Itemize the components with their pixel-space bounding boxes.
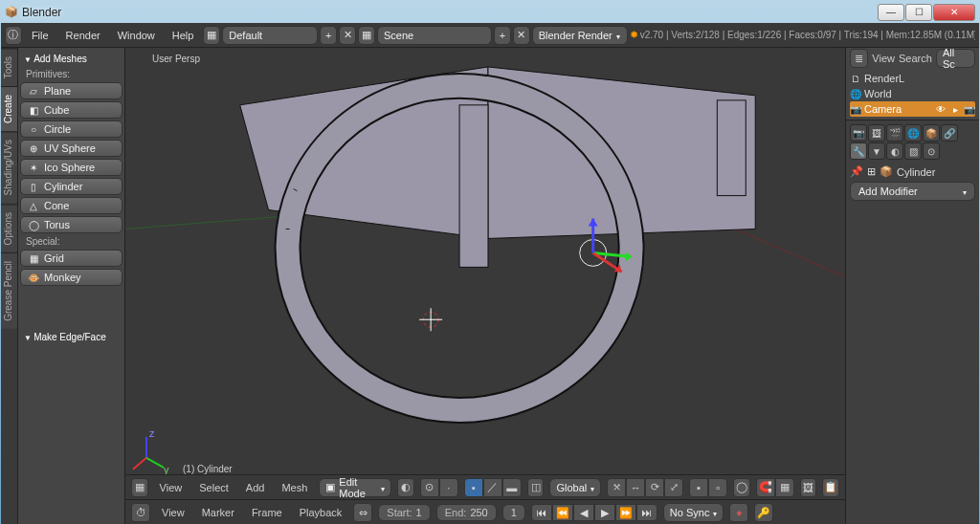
auto-keyframe-button[interactable]: ● (729, 503, 748, 522)
add-grid-button[interactable]: ▦Grid (20, 250, 122, 267)
add-monkey-button[interactable]: 🐵Monkey (20, 269, 122, 286)
3d-viewport[interactable]: z y User Persp (1) Cylinder ▦ View Selec… (125, 48, 845, 524)
screen-layout-dropdown[interactable]: Default (222, 26, 318, 45)
play-reverse-button[interactable]: ◀ (573, 504, 594, 521)
panel-make-edge-face[interactable]: Make Edge/Face (20, 330, 122, 344)
ptab-render-layers[interactable]: 🖼 (868, 124, 885, 142)
ptab-data[interactable]: ▼ (868, 142, 885, 160)
screen-add-button[interactable] (320, 26, 337, 45)
vp-menu-select[interactable]: Select (193, 480, 234, 495)
face-select-button[interactable]: ▬ (502, 478, 522, 497)
outliner-editor-icon[interactable]: ≣ (850, 49, 868, 68)
jump-start-button[interactable]: ⏮ (531, 504, 552, 521)
window-close-button[interactable]: ✕ (933, 4, 975, 21)
tab-tools[interactable]: Tools (1, 48, 17, 86)
add-torus-button[interactable]: ◯Torus (20, 216, 122, 233)
restrict-render-icon[interactable]: 📷 (964, 103, 975, 115)
copy-button[interactable]: 📋 (822, 478, 839, 497)
render-engine-dropdown[interactable]: Blender Render (532, 26, 628, 45)
add-cylinder-button[interactable]: ▯Cylinder (20, 178, 122, 195)
ptab-scene[interactable]: 🎬 (886, 124, 903, 142)
add-uv-sphere-button[interactable]: ⊕UV Sphere (20, 140, 122, 157)
sync-dropdown[interactable]: No Sync (663, 503, 724, 522)
panel-add-meshes[interactable]: Add Meshes (20, 52, 122, 66)
render-preview-button[interactable]: 🖼 (800, 478, 817, 497)
add-plane-button[interactable]: ▱Plane (20, 82, 122, 99)
orientation-dropdown[interactable]: Global (549, 478, 601, 497)
start-frame-field[interactable]: Start:1 (378, 504, 430, 521)
manipulator-toggle[interactable]: ⤧ (607, 478, 626, 497)
current-frame-field[interactable]: 1 (502, 504, 525, 521)
tree-row-renderlayers[interactable]: 🗋RenderL (850, 71, 975, 86)
restrict-view-icon[interactable]: 👁 (935, 103, 947, 115)
keyframe-next-button[interactable]: ⏩ (615, 504, 636, 521)
viewport-shading-button[interactable]: ◐ (397, 478, 414, 497)
menu-render[interactable]: Render (58, 28, 108, 43)
tab-create[interactable]: Create (1, 86, 17, 131)
manipulator-rotate[interactable]: ⟳ (645, 478, 664, 497)
ptab-world[interactable]: 🌐 (904, 124, 922, 142)
menu-help[interactable]: Help (165, 28, 202, 43)
vertex-select-button[interactable]: ▪ (464, 478, 483, 497)
screen-browse-icon[interactable]: ▦ (203, 26, 220, 45)
pivot-only-button[interactable]: · (439, 478, 458, 497)
end-frame-field[interactable]: End:250 (436, 504, 497, 521)
ptab-modifiers[interactable]: 🔧 (850, 142, 867, 160)
manipulator-scale[interactable]: ⤢ (664, 478, 683, 497)
scene-browse-icon[interactable]: ▦ (358, 26, 375, 45)
add-modifier-dropdown[interactable]: Add Modifier (850, 182, 975, 201)
scene-add-button[interactable] (494, 26, 511, 45)
ptab-constraints[interactable]: 🔗 (941, 124, 958, 142)
tl-menu-view[interactable]: View (156, 505, 190, 520)
ptab-material[interactable]: ◐ (886, 142, 903, 160)
snap-toggle[interactable]: 🧲 (756, 478, 775, 497)
mode-dropdown[interactable]: ▣ Edit Mode (319, 478, 391, 497)
outliner-filter[interactable]: All Sc (936, 49, 975, 68)
screen-remove-button[interactable] (339, 26, 356, 45)
scene-dropdown[interactable]: Scene (377, 26, 492, 45)
tl-menu-frame[interactable]: Frame (246, 505, 288, 520)
outliner-menu-view[interactable]: View (872, 53, 895, 64)
add-ico-sphere-button[interactable]: ✶Ico Sphere (20, 159, 122, 176)
layer-button-1[interactable]: ▪ (689, 478, 708, 497)
scene-remove-button[interactable] (513, 26, 530, 45)
menu-window[interactable]: Window (110, 28, 163, 43)
tree-row-world[interactable]: 🌐World (850, 86, 975, 101)
tree-row-camera[interactable]: 📷Camera👁▸📷 (850, 101, 975, 117)
pivot-button[interactable]: ⊙ (420, 478, 439, 497)
play-button[interactable]: ▶ (594, 504, 615, 521)
tab-grease-pencil[interactable]: Grease Pencil (1, 252, 17, 329)
range-toggle[interactable]: ⇔ (353, 503, 372, 522)
proportional-editing-button[interactable]: ◯ (733, 478, 750, 497)
limit-selection-button[interactable]: ◫ (527, 478, 545, 497)
restrict-select-icon[interactable]: ▸ (949, 103, 961, 115)
outliner-menu-search[interactable]: Search (899, 53, 932, 64)
ptab-render[interactable]: 📷 (850, 124, 867, 142)
editor-type-icon[interactable]: ▦ (131, 478, 148, 497)
tab-options[interactable]: Options (1, 204, 17, 252)
add-circle-button[interactable]: ○Circle (20, 120, 122, 138)
edge-select-button[interactable]: ／ (483, 478, 502, 497)
ptab-object[interactable]: 📦 (923, 124, 940, 142)
window-minimize-button[interactable]: — (878, 4, 904, 21)
ptab-physics[interactable]: ⊙ (923, 142, 940, 160)
tab-shading-uvs[interactable]: Shading/UVs (1, 131, 17, 203)
add-cone-button[interactable]: △Cone (20, 197, 122, 214)
add-cube-button[interactable]: ◧Cube (20, 101, 122, 119)
tl-menu-marker[interactable]: Marker (196, 505, 240, 520)
ptab-texture[interactable]: ▨ (904, 142, 922, 160)
keying-set-button[interactable]: 🔑 (754, 503, 773, 522)
timeline-editor-icon[interactable]: ⏱ (131, 503, 150, 522)
layer-button-2[interactable]: ▫ (708, 478, 727, 497)
manipulator-translate[interactable]: ↔ (626, 478, 645, 497)
editor-type-icon[interactable]: ⓘ (5, 26, 22, 45)
vp-menu-add[interactable]: Add (240, 480, 271, 495)
keyframe-prev-button[interactable]: ⏪ (552, 504, 573, 521)
pin-icon[interactable]: 📌 (850, 165, 863, 178)
window-maximize-button[interactable]: ☐ (905, 4, 932, 21)
tl-menu-playback[interactable]: Playback (294, 505, 348, 520)
menu-file[interactable]: File (24, 28, 56, 43)
vp-menu-view[interactable]: View (154, 480, 189, 495)
snap-element[interactable]: ▦ (775, 478, 794, 497)
vp-menu-mesh[interactable]: Mesh (276, 480, 313, 495)
